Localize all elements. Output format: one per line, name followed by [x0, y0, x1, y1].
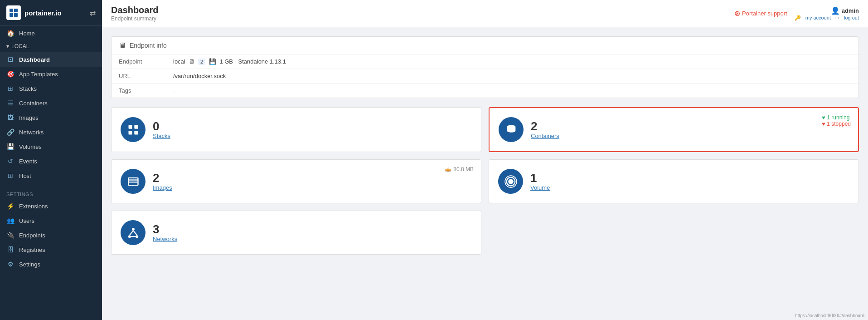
logout-icon: ↪	[835, 15, 839, 21]
admin-links: 🔑 my account ↪ log out	[795, 15, 859, 21]
support-link[interactable]: ⊗ Portainer support	[734, 9, 787, 18]
running-label: 1 running	[827, 114, 849, 121]
sidebar-item-images[interactable]: 🖼 Images	[0, 110, 102, 125]
images-icon: 🖼	[6, 114, 15, 121]
endpoint-label: Endpoint	[112, 54, 166, 69]
sidebar-item-label: Stacks	[19, 85, 37, 92]
my-account-link[interactable]: my account	[805, 15, 831, 21]
endpoints-icon: 🔌	[6, 231, 15, 239]
sidebar-item-containers[interactable]: ☰ Containers	[0, 96, 102, 110]
sidebar-item-host[interactable]: ⊞ Host	[0, 168, 102, 183]
images-label[interactable]: Images	[153, 184, 472, 191]
networks-count: 3	[153, 223, 472, 236]
endpoint-icon: 🖥	[119, 41, 126, 49]
sidebar-item-networks[interactable]: 🔗 Networks	[0, 125, 102, 139]
admin-section: 👤 admin 🔑 my account ↪ log out	[795, 6, 859, 21]
networks-icon: 🔗	[6, 128, 15, 136]
support-icon: ⊗	[734, 9, 740, 18]
svg-rect-2	[10, 13, 13, 17]
svg-line-19	[133, 230, 137, 235]
images-icon-circle	[121, 169, 145, 194]
volume-info: 1 Volume	[530, 172, 849, 192]
sidebar-item-label: Home	[19, 30, 35, 37]
url-value: /var/run/docker.sock	[166, 69, 858, 84]
registries-icon: 🗄	[6, 246, 15, 253]
content-area: 🖥 Endpoint info Endpoint local 🖥 2 💾 1 G…	[102, 27, 868, 320]
sidebar-logo[interactable]: portainer.io	[6, 5, 62, 20]
sidebar-item-label: Registries	[19, 246, 45, 253]
containers-label[interactable]: Containers	[531, 133, 849, 139]
main-content: Dashboard Endpoint summary ⊗ Portainer s…	[102, 0, 868, 320]
sidebar-item-dashboard[interactable]: ⊡ Dashboard	[0, 52, 102, 67]
sidebar-item-label: Host	[19, 172, 31, 179]
containers-extra: ♥ 1 running ♥ 1 stopped	[822, 114, 851, 127]
networks-stat-card[interactable]: 3 Networks	[111, 211, 481, 255]
images-size: 🥧 80.8 MB	[445, 166, 474, 172]
svg-rect-4	[128, 125, 132, 128]
svg-rect-10	[128, 179, 138, 180]
svg-rect-0	[10, 9, 13, 12]
size-value: 80.8 MB	[453, 166, 474, 172]
running-status: ♥ 1 running	[822, 114, 851, 121]
admin-name: 👤 admin	[831, 6, 859, 15]
svg-point-12	[508, 179, 514, 184]
volumes-icon: 💾	[6, 143, 15, 150]
sidebar-item-registries[interactable]: 🗄 Registries	[0, 242, 102, 257]
networks-label[interactable]: Networks	[153, 236, 472, 242]
endpoint-name: local	[173, 58, 185, 65]
sidebar-item-label: App Templates	[19, 71, 58, 78]
sidebar-item-label: Endpoints	[19, 232, 45, 239]
images-stat-card[interactable]: 2 Images 🥧 80.8 MB	[111, 159, 481, 203]
sidebar-item-endpoints[interactable]: 🔌 Endpoints	[0, 228, 102, 242]
log-out-link[interactable]: log out	[844, 15, 859, 21]
sidebar-item-users[interactable]: 👥 Users	[0, 213, 102, 228]
sidebar-item-events[interactable]: ↺ Events	[0, 154, 102, 168]
sidebar-item-settings[interactable]: ⚙ Settings	[0, 257, 102, 271]
cpu-icon: 🖥	[189, 58, 194, 65]
svg-rect-7	[134, 131, 138, 134]
extensions-icon: ⚡	[6, 202, 15, 210]
containers-stat-card[interactable]: 2 Containers ♥ 1 running ♥ 1 stopped	[489, 107, 859, 152]
topbar: Dashboard Endpoint summary ⊗ Portainer s…	[102, 0, 868, 27]
sidebar-item-home[interactable]: 🏠 Home	[0, 26, 102, 40]
logo-text: portainer.io	[24, 9, 62, 17]
sidebar: portainer.io ⇄ 🏠 Home ▾ LOCAL ⊡ Dashboar…	[0, 0, 102, 320]
settings-section-label: SETTINGS	[0, 187, 102, 199]
stacks-stat-card[interactable]: 0 Stacks	[111, 107, 481, 152]
endpoint-table: Endpoint local 🖥 2 💾 1 GB - Standalone 1…	[112, 54, 858, 98]
stacks-count: 0	[153, 120, 472, 133]
svg-rect-11	[128, 182, 138, 182]
host-icon: ⊞	[6, 172, 15, 179]
volume-stat-card[interactable]: 1 Volume	[489, 159, 859, 203]
svg-rect-6	[128, 131, 132, 134]
home-icon: 🏠	[6, 30, 15, 37]
sidebar-item-label: Users	[19, 217, 34, 224]
url-label: URL	[112, 69, 166, 84]
svg-rect-3	[14, 13, 18, 17]
sidebar-item-volumes[interactable]: 💾 Volumes	[0, 139, 102, 154]
sidebar-item-label: Volumes	[19, 143, 42, 150]
svg-point-15	[132, 227, 135, 230]
stacks-label[interactable]: Stacks	[153, 133, 472, 139]
topbar-right: ⊗ Portainer support 👤 admin 🔑 my account…	[734, 6, 859, 21]
sidebar-item-stacks[interactable]: ⊞ Stacks	[0, 81, 102, 96]
sidebar-item-label: Events	[19, 158, 37, 165]
users-icon: 👥	[6, 217, 15, 224]
settings-icon: ⚙	[6, 261, 15, 268]
sidebar-item-label: Images	[19, 114, 39, 121]
transfer-icon[interactable]: ⇄	[90, 9, 96, 17]
sidebar-item-app-templates[interactable]: 🎯 App Templates	[0, 67, 102, 81]
page-title: Dashboard	[111, 5, 158, 15]
endpoint-info-header: 🖥 Endpoint info	[112, 37, 858, 54]
sidebar-item-extensions[interactable]: ⚡ Extensions	[0, 199, 102, 213]
containers-icon: ☰	[6, 99, 15, 107]
sidebar-item-label: Networks	[19, 129, 44, 136]
table-row: Tags -	[112, 84, 858, 98]
app-templates-icon: 🎯	[6, 70, 15, 78]
volume-label[interactable]: Volume	[530, 184, 849, 191]
admin-avatar-icon: 👤	[831, 6, 840, 15]
tags-label: Tags	[112, 84, 166, 98]
networks-icon-circle	[121, 220, 145, 245]
sidebar-item-label: Settings	[19, 261, 40, 268]
admin-name-label: admin	[842, 7, 859, 14]
